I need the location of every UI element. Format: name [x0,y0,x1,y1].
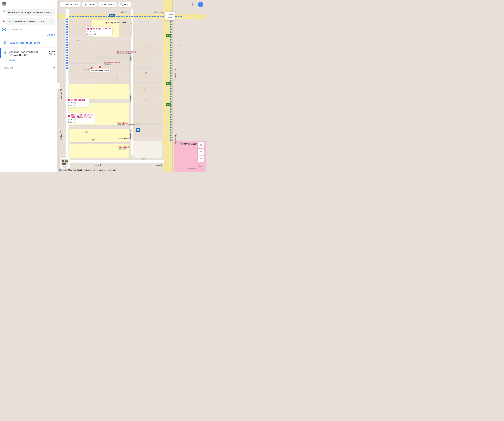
origin-row [2,9,55,16]
arrow-right-2: → [182,15,184,18]
zoom-in-button[interactable]: + [198,149,204,155]
svg-point-81 [170,42,172,43]
destination-input[interactable] [6,18,55,24]
options-button[interactable]: Options [47,33,55,36]
elevation-label: Mostly flat [3,66,13,69]
svg-rect-20 [69,84,130,100]
label-moree-auto[interactable]: Moree Auto Repairs Mechanic [103,61,120,65]
svg-point-96 [170,80,172,82]
svg-rect-24 [69,129,130,142]
svg-point-41 [126,16,128,17]
user-avatar-button[interactable]: J [197,1,204,8]
collapse-panel-handle[interactable]: ‹ [58,83,60,90]
yoga-type: Health and beauty shop [117,124,135,126]
bldg-num-16: 16 [130,22,132,24]
svg-point-62 [72,16,74,17]
scale-text: 20 m [113,169,117,171]
svg-point-84 [170,49,172,51]
bldg-num-337: 337 [142,158,145,160]
walk-mode-icon [3,50,7,55]
svg-point-117 [170,134,172,136]
svg-point-133 [66,52,68,54]
details-link[interactable]: Details [9,59,15,61]
svg-point-61 [75,16,76,17]
svg-point-83 [170,47,172,48]
grocery-icon: 🛒 [100,3,103,6]
svg-point-106 [170,106,172,108]
apps-button[interactable] [190,1,196,8]
details-section: Details [0,58,58,64]
svg-point-122 [66,24,68,25]
zoom-out-button[interactable]: − [198,156,204,162]
layers-label: Layers [62,166,67,168]
svg-point-51 [100,16,102,17]
svg-point-30 [155,16,156,17]
svg-rect-26 [133,141,162,158]
svg-point-54 [93,16,94,17]
chevron-down-icon: ▾ [53,66,55,69]
svg-point-57 [85,16,87,17]
molika-name: Molika Springs [71,99,85,101]
bldg-num-301: 301 [145,47,148,49]
svg-point-89 [170,62,172,64]
map-area[interactable]: 🍴 Restaurants ☕ Coffee 🛒 Groceries 🔍 Mor… [58,0,206,172]
bondi-rating: 4.0 ★ (75) [68,119,76,120]
svg-point-103 [170,98,172,100]
label-yoga[interactable]: Yoga with Jen Health and beauty shop [117,122,135,126]
destination-pin-label: 304 Warialda Street [90,69,110,72]
terms-link[interactable]: Terms [92,169,97,171]
send-directions-label: Send directions to your phone [10,42,40,44]
australia-link[interactable]: Australia [84,169,91,171]
arrow-right-1: → [148,15,150,18]
label-les[interactable]: Les O'Connor [118,137,129,139]
chip-coffee[interactable]: ☕ Coffee [82,2,97,7]
send-feedback-link[interactable]: Send feedback [99,169,111,171]
svg-point-73 [170,21,172,23]
moree-auto-name: Moree Auto Repairs [103,61,120,63]
svg-point-75 [170,26,172,28]
destination-pin[interactable]: 304 Warialda Street [90,65,110,72]
chip-restaurants[interactable]: 🍴 Restaurants [60,2,81,7]
chip-groceries[interactable]: 🛒 Groceries [98,2,117,7]
highway-badge-a39-mid: A39 [166,34,171,37]
highway-badge-a39-bot1: A39 [166,82,171,85]
marker-molika[interactable]: Molika Springs 4.1 ★ (89) 3-star hotel [66,98,89,107]
svg-point-120 [66,18,68,20]
svg-rect-17 [133,72,162,82]
map-svg [58,0,206,172]
marker-baileys[interactable]: BAILEY'S ELECTRIC [106,22,126,24]
origin-input[interactable] [6,9,55,16]
route-via: via Newell Hwy/A39 and Alice St/Gwydir H… [9,50,38,56]
zoom-in-icon: + [200,150,202,154]
moree-auto-type: Mechanic [103,63,120,65]
send-directions-icon [3,40,7,45]
svg-point-118 [170,137,172,138]
elevation-row[interactable]: Mostly flat ▾ [0,64,58,71]
add-destination-row[interactable]: + Add destination [0,27,58,33]
map-attribution: Map data ©2022 [68,169,82,171]
svg-point-109 [170,114,172,115]
swap-button[interactable]: ⇅ [49,13,53,18]
spa-village-rating: 4.1 ★ (101) [87,30,96,32]
chip-groceries-label: Groceries [104,3,114,6]
svg-rect-14 [118,74,130,84]
svg-point-104 [170,101,172,102]
svg-point-92 [170,70,172,72]
send-directions-row[interactable]: Send directions to your phone [0,38,58,48]
label-lowreys[interactable]: Lowrey's Small Motors Lawn mower store [117,51,136,55]
layers-button[interactable]: Layers [60,158,70,168]
locate-me-button[interactable] [198,142,204,148]
chip-more[interactable]: 🔍 More [118,2,132,7]
station-label: Moree Station [181,143,197,145]
svg-rect-19 [133,98,162,111]
map-controls: + − [198,142,204,162]
marker-bondi[interactable]: Bondi Motel - AffordableHotels,Motels Mo… [66,113,95,124]
marker-spa-village[interactable]: Spa Village Travel Inn 4.1 ★ (101) 3-sta… [86,27,112,36]
layers-thumbnail [61,159,68,165]
label-victoria[interactable]: Victoria Hotel Liquor store [118,146,129,150]
menu-button[interactable] [2,2,6,6]
svg-point-42 [124,16,125,17]
svg-point-76 [170,29,172,30]
svg-point-63 [70,16,71,17]
highway-badge-b76-top: B76 [109,14,115,17]
